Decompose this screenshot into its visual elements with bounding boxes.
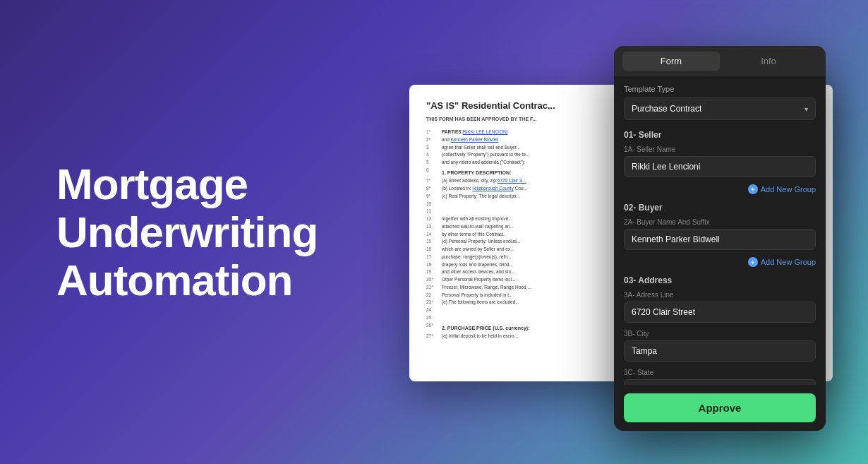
city-field-group: 3B- City Tampa <box>624 330 816 362</box>
add-new-group-buyer-label: Add New Group <box>761 258 816 266</box>
hero-section: Mortgage Underwriting Automation <box>56 160 318 304</box>
buyer-name-label: 2A- Buyer Name And Suffix <box>624 218 816 226</box>
add-new-group-buyer-button[interactable]: + Add New Group <box>624 257 816 267</box>
address-line-field-group: 3A- Adress Line 6720 Clair Street <box>624 291 816 323</box>
form-panel-body: Template Type Purchase Contract ▾ 01- Se… <box>614 76 826 391</box>
buyer-name-input[interactable]: Kenneth Parker Bidwell <box>624 229 816 250</box>
hero-line1: Mortgage <box>56 160 318 208</box>
form-panel: Form Info Template Type Purchase Contrac… <box>614 46 826 431</box>
hero-line3: Automation <box>56 256 318 304</box>
template-type-label: Template Type <box>624 85 816 93</box>
approve-button[interactable]: Approve <box>624 393 816 422</box>
city-input[interactable]: Tampa <box>624 340 816 362</box>
tab-form[interactable]: Form <box>622 52 720 71</box>
address-line-input[interactable]: 6720 Clair Street <box>624 302 816 323</box>
plus-icon-buyer: + <box>748 257 758 267</box>
add-new-group-seller-button[interactable]: + Add New Group <box>624 184 816 194</box>
city-label: 3B- City <box>624 330 816 338</box>
seller-name-label: 1A- Seller Name <box>624 145 816 153</box>
add-new-group-seller-label: Add New Group <box>761 185 816 194</box>
section-address-header: 03- Address <box>624 275 816 285</box>
approve-button-container: Approve <box>614 385 826 431</box>
hero-line2: Underwriting <box>56 208 318 256</box>
plus-icon: + <box>748 184 758 194</box>
template-type-value: Purchase Contract <box>632 104 701 114</box>
seller-name-input[interactable]: Rikki Lee Lencioni <box>624 156 816 177</box>
form-panel-tabs: Form Info <box>614 46 826 76</box>
chevron-down-icon: ▾ <box>804 105 808 113</box>
background: Mortgage Underwriting Automation "AS IS"… <box>0 0 868 464</box>
hero-title: Mortgage Underwriting Automation <box>56 160 318 304</box>
seller-name-field-group: 1A- Seller Name Rikki Lee Lencioni <box>624 145 816 177</box>
tab-info[interactable]: Info <box>720 52 817 71</box>
state-label: 3C- State <box>624 369 816 376</box>
section-seller-header: 01- Seller <box>624 130 816 140</box>
template-type-select[interactable]: Purchase Contract ▾ <box>624 97 816 120</box>
address-line-label: 3A- Adress Line <box>624 291 816 299</box>
buyer-name-field-group: 2A- Buyer Name And Suffix Kenneth Parker… <box>624 218 816 250</box>
section-buyer-header: 02- Buyer <box>624 203 816 213</box>
